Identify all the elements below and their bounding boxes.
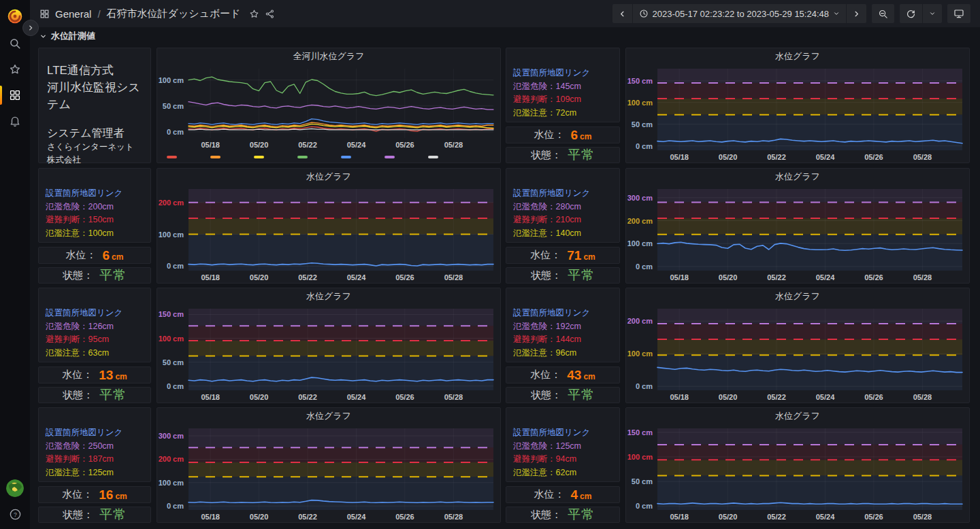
dashboard-title[interactable]: 石狩市水位計ダッシュボード: [107, 7, 241, 20]
refresh-button[interactable]: [900, 4, 923, 23]
svg-text:05/20: 05/20: [250, 393, 269, 401]
map-link[interactable]: 設置箇所地図リンク: [513, 426, 612, 440]
map-link[interactable]: 設置箇所地図リンク: [46, 426, 144, 440]
system-info-panel: LTE通信方式 河川水位監視システム システム管理者 さくらインターネット株式会…: [38, 48, 151, 163]
svg-text:100 cm: 100 cm: [159, 231, 184, 239]
separator: ：: [547, 441, 556, 451]
svg-text:300 cm: 300 cm: [627, 194, 653, 202]
dashboard-row-toggle[interactable]: 水位計測値: [39, 30, 95, 42]
water-level-label: 水位：: [62, 488, 93, 501]
caution-label: 氾濫注意: [513, 348, 547, 358]
apps-grid-icon[interactable]: [39, 9, 50, 19]
svg-text:05/28: 05/28: [444, 513, 463, 521]
row-title: 水位計測値: [51, 30, 95, 42]
legend-swatch[interactable]: [297, 156, 308, 158]
caution-value: 125cm: [88, 468, 114, 477]
panel-title[interactable]: 水位グラフ: [626, 288, 969, 305]
chart-canvas[interactable]: 0 cm100 cm200 cm300 cm05/1805/2005/2205/…: [157, 424, 500, 522]
separator: ：: [80, 454, 88, 464]
svg-text:05/26: 05/26: [864, 513, 883, 521]
panel-title[interactable]: 全河川水位グラフ: [157, 48, 500, 65]
breadcrumb-folder[interactable]: General: [55, 8, 91, 20]
water-level-stat-panel: 水位： 4cm: [506, 486, 620, 503]
chart-canvas[interactable]: 0 cm100 cm200 cm05/1805/2005/2205/2405/2…: [626, 305, 969, 403]
svg-text:200 cm: 200 cm: [627, 317, 653, 325]
chart-legend[interactable]: [167, 156, 438, 158]
svg-text:05/26: 05/26: [864, 153, 883, 161]
svg-text:05/24: 05/24: [347, 141, 366, 149]
sidebar-expand-button[interactable]: [22, 20, 39, 36]
water-level-unit: cm: [580, 492, 591, 501]
chart-canvas[interactable]: 0 cm50 cm100 cm150 cm05/1805/2005/2205/2…: [626, 65, 969, 163]
chart-canvas[interactable]: 0 cm100 cm200 cm05/1805/2005/2205/2405/2…: [157, 185, 500, 283]
panel-title[interactable]: 水位グラフ: [626, 169, 969, 185]
time-range-picker[interactable]: 2023-05-17 02:23:22 to 2023-05-29 15:24:…: [633, 4, 847, 23]
svg-text:50 cm: 50 cm: [632, 477, 653, 485]
map-link[interactable]: 設置箇所地図リンク: [46, 187, 144, 201]
refresh-interval-caret[interactable]: [923, 4, 942, 23]
svg-text:05/28: 05/28: [913, 153, 932, 161]
svg-text:05/18: 05/18: [670, 513, 689, 521]
panel-title[interactable]: 水位グラフ: [157, 288, 500, 305]
legend-swatch[interactable]: [210, 156, 220, 158]
time-shift-back-button[interactable]: [612, 4, 633, 23]
time-shift-forward-button[interactable]: [847, 4, 866, 23]
water-level-label: 水位：: [530, 369, 561, 381]
svg-text:05/22: 05/22: [298, 513, 317, 521]
chart-canvas[interactable]: 0 cm50 cm100 cm05/1805/2005/2205/2405/26…: [157, 65, 500, 150]
separator: ：: [547, 454, 556, 464]
svg-text:05/24: 05/24: [347, 513, 366, 521]
panel-title[interactable]: 水位グラフ: [626, 48, 969, 65]
refresh-group: [900, 4, 942, 23]
chart-canvas[interactable]: 0 cm100 cm200 cm300 cm05/1805/2005/2205/…: [626, 185, 969, 283]
svg-text:05/24: 05/24: [347, 273, 366, 281]
map-link[interactable]: 設置箇所地図リンク: [513, 187, 612, 201]
zoom-out-time-button[interactable]: [872, 4, 894, 23]
evac-label: 避難判断: [513, 215, 547, 224]
svg-text:100 cm: 100 cm: [627, 453, 653, 461]
chart-canvas[interactable]: 0 cm50 cm100 cm150 cm05/1805/2005/2205/2…: [626, 424, 969, 522]
alerting-bell-icon[interactable]: [0, 110, 30, 132]
svg-text:05/28: 05/28: [444, 393, 463, 401]
legend-swatch[interactable]: [254, 156, 264, 158]
map-link[interactable]: 設置箇所地図リンク: [513, 307, 612, 320]
map-link[interactable]: 設置箇所地図リンク: [513, 67, 612, 80]
star-dashboard-icon[interactable]: [249, 9, 259, 19]
status-label: 状態：: [531, 149, 561, 162]
legend-swatch[interactable]: [385, 156, 395, 158]
legend-swatch[interactable]: [428, 156, 438, 158]
svg-text:200 cm: 200 cm: [627, 217, 653, 225]
chart-canvas[interactable]: 0 cm50 cm100 cm150 cm05/1805/2005/2205/2…: [157, 305, 500, 403]
help-icon[interactable]: ?: [0, 503, 30, 525]
evac-label: 避難判断: [46, 215, 80, 224]
station-panels: 設置箇所地図リンク 氾濫危険：125cm 避難判断：94cm 氾濫注意：62cm…: [506, 407, 620, 523]
panel-title[interactable]: 水位グラフ: [626, 408, 969, 424]
water-level-chart-panel: 水位グラフ 0 cm100 cm200 cm05/1805/2005/2205/…: [625, 288, 970, 403]
svg-text:150 cm: 150 cm: [159, 310, 184, 318]
svg-text:100 cm: 100 cm: [627, 99, 653, 107]
panel-title[interactable]: 水位グラフ: [157, 169, 500, 185]
station-thresholds-panel: 設置箇所地図リンク 氾濫危険：280cm 避難判断：210cm 氾濫注意：140…: [506, 168, 620, 243]
station-thresholds-panel: 設置箇所地図リンク 氾濫危険：200cm 避難判断：150cm 氾濫注意：100…: [38, 168, 151, 243]
search-icon[interactable]: [0, 33, 30, 54]
share-icon[interactable]: [265, 9, 275, 19]
danger-value: 280cm: [556, 202, 582, 211]
danger-threshold-line: 氾濫危険：126cm: [46, 320, 144, 334]
user-avatar[interactable]: [0, 477, 30, 499]
danger-threshold-line: 氾濫危険：192cm: [513, 320, 612, 334]
svg-text:200 cm: 200 cm: [159, 199, 184, 207]
starred-dashboards-icon[interactable]: [0, 58, 30, 80]
evacuation-threshold-line: 避難判断：94cm: [513, 453, 612, 466]
map-link[interactable]: 設置箇所地図リンク: [46, 307, 144, 320]
station-panels: 設置箇所地図リンク 氾濫危険：145cm 避難判断：109cm 氾濫注意：72c…: [506, 48, 620, 163]
tv-mode-button[interactable]: [947, 4, 970, 23]
dashboards-icon[interactable]: [0, 84, 30, 106]
panel-title[interactable]: 水位グラフ: [157, 408, 500, 424]
danger-threshold-line: 氾濫危険：145cm: [513, 80, 612, 94]
caution-threshold-line: 氾濫注意：72cm: [513, 107, 612, 120]
legend-swatch[interactable]: [341, 156, 351, 158]
danger-label: 氾濫危険: [513, 202, 547, 211]
legend-swatch[interactable]: [167, 156, 177, 158]
separator: ：: [547, 95, 556, 104]
caution-value: 63cm: [88, 348, 110, 358]
